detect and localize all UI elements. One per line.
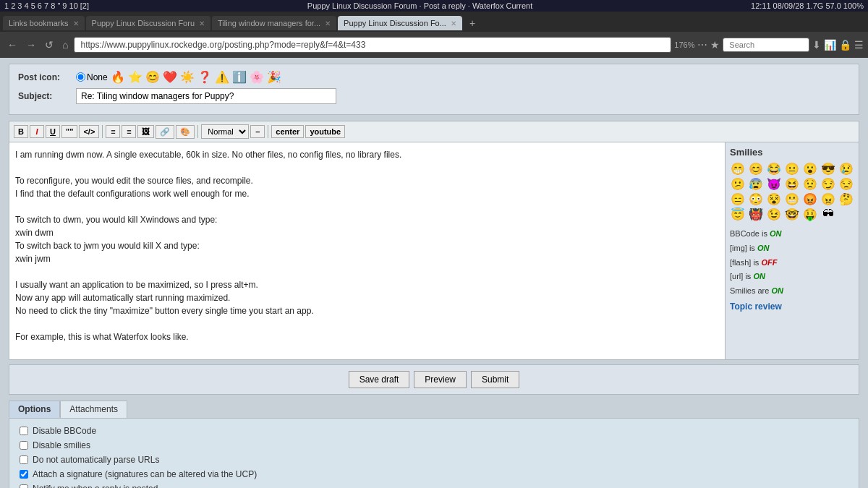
close-tab-puppy2[interactable]: ✕ <box>451 20 456 27</box>
smiley-18[interactable]: 😬 <box>784 192 801 206</box>
subject-row: Subject: <box>18 88 850 104</box>
close-tab-tiling[interactable]: ✕ <box>325 20 331 27</box>
tab-options[interactable]: Options <box>9 401 60 418</box>
checkbox-disable-bbcode: Disable BBCode <box>20 426 848 436</box>
nav-extra-icons: ⬇ 📊 🔒 ☰ <box>812 39 864 51</box>
tab-puppy1[interactable]: Puppy Linux Discussion Foru ✕ <box>86 16 210 30</box>
smiley-15[interactable]: 😑 <box>730 192 746 206</box>
forward-button[interactable]: → <box>23 38 39 52</box>
smiley-14[interactable]: 😒 <box>838 177 854 191</box>
icon-heart[interactable]: ❤️ <box>163 70 177 84</box>
smiley-2[interactable]: 😊 <box>748 162 765 176</box>
smiley-21[interactable]: 🤔 <box>838 192 854 206</box>
notify-reply-label: Notify me when a reply is posted <box>33 484 158 488</box>
smiley-24[interactable]: 😉 <box>766 207 783 221</box>
close-tab-puppy1[interactable]: ✕ <box>199 20 205 27</box>
smiley-9[interactable]: 😰 <box>748 177 765 191</box>
home-button[interactable]: ⌂ <box>59 38 71 52</box>
icon-sun[interactable]: ☀️ <box>180 70 195 84</box>
smiley-20[interactable]: 😠 <box>820 192 836 206</box>
underline-button[interactable]: U <box>46 125 60 138</box>
icon-flower[interactable]: 🌸 <box>250 70 264 84</box>
reply-textarea[interactable]: I am running dwm now. A single executabl… <box>9 142 725 359</box>
smiley-4[interactable]: 😐 <box>784 162 801 176</box>
smilies-status: Smilies are ON <box>730 284 854 299</box>
no-parse-urls-checkbox[interactable] <box>20 455 28 464</box>
attach-sig-checkbox[interactable] <box>20 470 28 479</box>
smiley-10[interactable]: 😈 <box>766 177 783 191</box>
smiley-23[interactable]: 👹 <box>748 207 765 221</box>
url-button[interactable]: 🔗 <box>156 125 174 139</box>
smiley-13[interactable]: 😏 <box>820 177 836 191</box>
os-bar-title: Puppy Linux Discussion Forum · Post a re… <box>307 1 532 10</box>
smiley-17[interactable]: 😵 <box>766 192 783 206</box>
preview-button[interactable]: Preview <box>414 371 467 388</box>
icon-star[interactable]: ⭐ <box>128 70 142 84</box>
smiley-16[interactable]: 😳 <box>748 192 765 206</box>
tab-bookmarks[interactable]: Links bookmarks ✕ <box>3 16 85 30</box>
smilies-panel: Smilies 😁 😊 😂 😐 😮 😎 😢 😕 😰 😈 😆 😟 😏 😒 <box>725 142 859 359</box>
editor-section: B I U "" </> ≡ ≡ 🖼 🔗 🎨 Normal – center y… <box>9 121 859 360</box>
smiley-12[interactable]: 😟 <box>801 177 818 191</box>
center-button[interactable]: center <box>271 125 304 138</box>
subject-input[interactable] <box>76 88 336 104</box>
quote-button[interactable]: "" <box>61 125 77 138</box>
youtube-button[interactable]: youtube <box>305 125 345 138</box>
back-button[interactable]: ← <box>4 38 20 52</box>
smiley-27[interactable]: 🕶 <box>820 207 836 221</box>
tab-bar: Links bookmarks ✕ Puppy Linux Discussion… <box>0 12 868 32</box>
notify-reply-checkbox[interactable] <box>20 484 28 488</box>
submit-button[interactable]: Submit <box>471 371 519 388</box>
search-input[interactable] <box>723 38 809 52</box>
smiley-19[interactable]: 😡 <box>801 192 818 206</box>
bold-button[interactable]: B <box>14 125 28 138</box>
disable-bbcode-checkbox[interactable] <box>20 427 28 435</box>
code-button[interactable]: </> <box>79 125 99 138</box>
img-button[interactable]: 🖼 <box>137 125 154 138</box>
smiley-1[interactable]: 😁 <box>730 162 746 176</box>
tab-tiling[interactable]: Tiling window managers for... ✕ <box>212 16 336 30</box>
save-draft-button[interactable]: Save draft <box>349 371 410 388</box>
icon-party[interactable]: 🎉 <box>267 70 281 84</box>
icon-smile[interactable]: 😊 <box>145 70 160 84</box>
refresh-button[interactable]: ↺ <box>42 38 56 52</box>
address-bar[interactable] <box>74 37 671 53</box>
os-bar-right: 12:11 08/09/28 1.7G 57.0 100% <box>751 1 864 10</box>
icon-warning[interactable]: ⚠️ <box>215 70 229 84</box>
new-tab-button[interactable]: + <box>464 17 481 29</box>
icon-options: None 🔥 ⭐ 😊 ❤️ ☀️ ❓ ⚠️ ℹ️ 🌸 🎉 <box>76 70 281 84</box>
topic-review-link[interactable]: Topic review <box>730 301 854 312</box>
smiley-6[interactable]: 😎 <box>820 162 836 176</box>
smiley-7[interactable]: 😢 <box>838 162 854 176</box>
smiley-22[interactable]: 😇 <box>730 207 746 221</box>
checkbox-no-parse-urls: Do not automatically parse URLs <box>20 455 848 465</box>
img-status: [img] is ON <box>730 241 854 256</box>
font-size-select[interactable]: Normal <box>201 124 249 139</box>
disable-smilies-checkbox[interactable] <box>20 441 28 450</box>
bbcode-info: BBCode is ON [img] is ON [flash] is OFF … <box>730 227 854 299</box>
smiley-8[interactable]: 😕 <box>730 177 746 191</box>
italic-button[interactable]: I <box>30 125 44 138</box>
icon-info[interactable]: ℹ️ <box>232 70 247 84</box>
smiley-25[interactable]: 🤓 <box>784 207 801 221</box>
smiley-5[interactable]: 😮 <box>801 162 818 176</box>
tab-attachments[interactable]: Attachments <box>60 401 127 418</box>
color-button[interactable]: 🎨 <box>176 125 195 139</box>
list1-button[interactable]: ≡ <box>106 125 120 138</box>
smiley-26[interactable]: 🤑 <box>801 207 818 221</box>
icon-none-option[interactable]: None <box>76 72 108 82</box>
smiley-11[interactable]: 😆 <box>784 177 801 191</box>
icon-fire[interactable]: 🔥 <box>111 70 125 84</box>
icon-none-radio[interactable] <box>76 72 85 82</box>
checkbox-attach-sig: Attach a signature (signatures can be al… <box>20 469 848 479</box>
minus-button[interactable]: – <box>250 125 265 138</box>
nav-icons: ⋯ ★ <box>697 39 720 51</box>
bbcode-status: BBCode is ON <box>730 227 854 241</box>
smiley-3[interactable]: 😂 <box>766 162 783 176</box>
list2-button[interactable]: ≡ <box>122 125 136 138</box>
tab-puppy2[interactable]: Puppy Linux Discussion Fo... ✕ <box>338 16 462 30</box>
editor-toolbar: B I U "" </> ≡ ≡ 🖼 🔗 🎨 Normal – center y… <box>9 121 859 142</box>
icon-question[interactable]: ❓ <box>197 70 212 84</box>
options-body: Disable BBCode Disable smilies Do not au… <box>9 418 859 488</box>
close-tab-bookmarks[interactable]: ✕ <box>73 20 79 27</box>
